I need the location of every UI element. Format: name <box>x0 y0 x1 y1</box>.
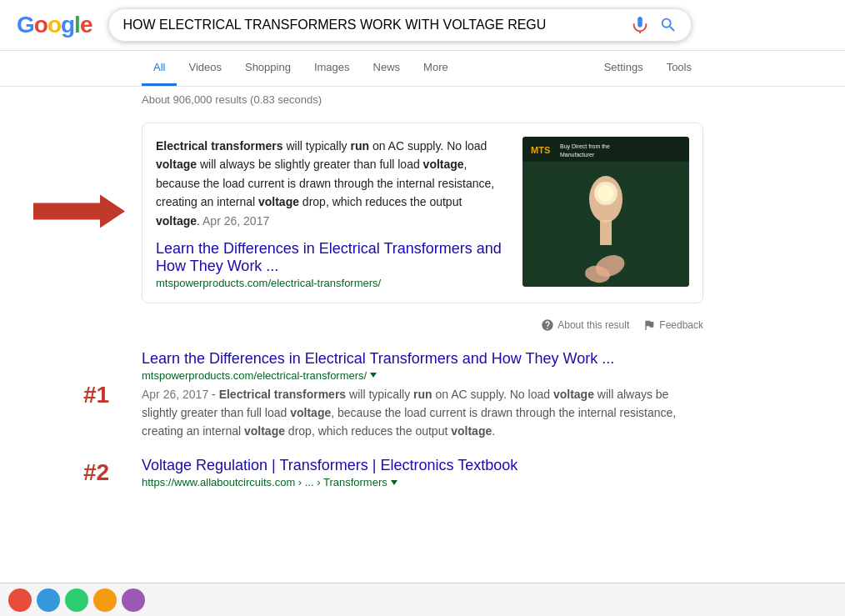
tab-shopping[interactable]: Shopping <box>233 51 302 86</box>
svg-text:Manufacturer: Manufacturer <box>560 152 595 158</box>
question-icon <box>541 318 554 332</box>
tab-videos[interactable]: Videos <box>177 51 233 86</box>
result-meta-bar: About this result Feedback <box>142 313 703 337</box>
svg-text:MTS: MTS <box>531 145 550 155</box>
logo-letter-o1: o <box>34 12 48 38</box>
search-result-1: #1 Learn the Differences in Electrical T… <box>142 350 703 440</box>
result2-link[interactable]: Voltage Regulation | Transformers | Elec… <box>142 457 703 474</box>
result1-date: Apr 26, 2017 <box>142 388 208 401</box>
result1-bold-6: voltage <box>451 424 492 438</box>
result-number-2: #2 <box>83 459 109 486</box>
results-area: Electrical transformers will typically r… <box>0 123 845 488</box>
snippet-image: MTS Buy Direct from the Manufacturer <box>522 137 689 287</box>
tab-all[interactable]: All <box>142 51 177 86</box>
result-number-1: #1 <box>83 382 109 408</box>
snippet-content: Electrical transformers will typically r… <box>156 137 509 289</box>
result2-url-line: https://www.allaboutcircuits.com › ... ›… <box>142 476 703 488</box>
result1-url: mtspowerproducts.com/electrical-transfor… <box>142 369 367 382</box>
snippet-bold-6: voltage <box>156 214 197 228</box>
search-icon[interactable] <box>659 16 678 34</box>
result1-bold-1: Electrical transformers <box>219 388 347 401</box>
nav-tabs: All Videos Shopping Images News More Set… <box>0 51 845 87</box>
snippet-text: Electrical transformers will typically r… <box>156 137 509 230</box>
snippet-url: mtspowerproducts.com/electrical-transfor… <box>156 277 509 289</box>
tab-images[interactable]: Images <box>302 51 362 86</box>
result1-bold-3: voltage <box>553 388 594 401</box>
snippet-bold-5: voltage <box>258 195 299 208</box>
snippet-date: Apr 26, 2017 <box>202 214 269 228</box>
snippet-link[interactable]: Learn the Differences in Electrical Tran… <box>156 240 502 274</box>
feedback-item[interactable]: Feedback <box>642 318 703 332</box>
snippet-bold-1: Electrical transformers <box>156 139 283 153</box>
logo-letter-g2: g <box>61 12 74 38</box>
result1-bold-2: run <box>413 388 432 401</box>
flag-icon <box>642 318 656 332</box>
google-logo[interactable]: Google <box>17 12 92 38</box>
result1-url-dropdown[interactable] <box>370 373 377 378</box>
snippet-bold-3: voltage <box>156 158 197 171</box>
snippet-bold-4: voltage <box>423 158 464 171</box>
featured-snippet: Electrical transformers will typically r… <box>142 123 703 303</box>
search-icons <box>631 16 678 34</box>
svg-marker-0 <box>33 195 125 228</box>
about-result-label[interactable]: About this result <box>558 319 629 331</box>
snippet-bold-2: run <box>350 139 369 153</box>
about-result-item[interactable]: About this result <box>541 318 629 332</box>
tab-settings[interactable]: Settings <box>592 51 655 86</box>
logo-letter-e: e <box>80 12 92 38</box>
logo-letter-o2: o <box>48 12 61 38</box>
result1-bold-5: voltage <box>244 424 285 438</box>
featured-snippet-wrapper: Electrical transformers will typically r… <box>142 123 703 303</box>
logo-letter-l: l <box>74 12 80 38</box>
results-info: About 906,000 results (0.83 seconds) <box>0 87 845 113</box>
feedback-label[interactable]: Feedback <box>659 319 703 331</box>
svg-text:Buy Direct from the: Buy Direct from the <box>560 143 610 150</box>
logo-letter-g: G <box>17 12 34 38</box>
red-arrow <box>33 191 125 235</box>
result2-url-dropdown[interactable] <box>391 480 398 485</box>
result1-bold-4: voltage <box>290 406 331 419</box>
result1-snippet: Apr 26, 2017 - Electrical transformers w… <box>142 385 703 440</box>
result1-link[interactable]: Learn the Differences in Electrical Tran… <box>142 350 703 368</box>
result1-url-line: mtspowerproducts.com/electrical-transfor… <box>142 369 703 382</box>
search-bar <box>108 8 692 42</box>
header: Google <box>0 0 845 51</box>
result2-title: Voltage Regulation | Transformers | Elec… <box>142 457 703 474</box>
tab-tools[interactable]: Tools <box>655 51 703 86</box>
svg-point-9 <box>598 185 614 202</box>
nav-right: Settings Tools <box>592 51 703 86</box>
result1-title: Learn the Differences in Electrical Tran… <box>142 350 703 368</box>
svg-rect-7 <box>600 220 612 245</box>
tab-news[interactable]: News <box>362 51 412 86</box>
mic-icon[interactable] <box>631 16 649 34</box>
tab-more[interactable]: More <box>412 51 460 86</box>
result2-url: https://www.allaboutcircuits.com › ... ›… <box>142 476 388 488</box>
search-input[interactable] <box>122 18 631 33</box>
snippet-title: Learn the Differences in Electrical Tran… <box>156 240 509 275</box>
search-result-2: #2 Voltage Regulation | Transformers | E… <box>142 457 703 488</box>
